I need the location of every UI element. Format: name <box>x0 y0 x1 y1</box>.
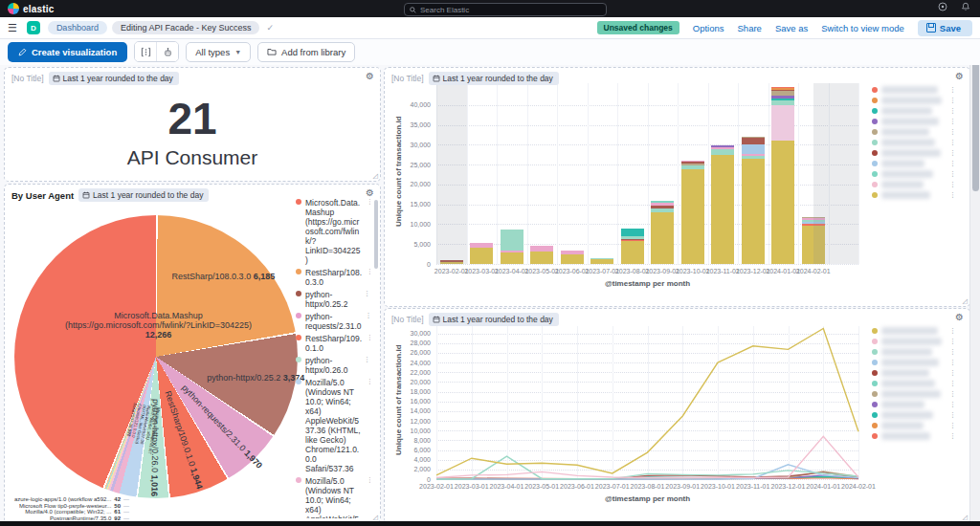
menu-icon[interactable]: ☰ <box>8 22 17 34</box>
save-button[interactable]: Save <box>918 20 972 36</box>
legend-item[interactable]: RestSharp/108.0.3.0⋮ <box>296 268 370 287</box>
time-range-badge[interactable]: Last 1 year rounded to the day <box>49 72 179 85</box>
bar-2023-04-01[interactable] <box>501 83 523 264</box>
panel-settings-gear-icon[interactable]: ⚙ <box>955 312 964 322</box>
space-badge[interactable]: D <box>27 21 40 34</box>
line-series[interactable] <box>436 329 858 475</box>
legend-item[interactable]: python-httpx/0.25.2⋮ <box>296 290 370 309</box>
bar-segment[interactable] <box>470 248 493 264</box>
legend-item[interactable]: ⋮ <box>872 127 956 137</box>
legend-item[interactable]: ⋮ <box>872 410 956 420</box>
line-plot[interactable] <box>436 326 858 479</box>
legend-item-menu-icon[interactable]: ⋮ <box>949 411 956 419</box>
legend-item-menu-icon[interactable]: ⋮ <box>949 327 956 335</box>
legend-item[interactable]: Mozilla/5.0 (Windows NT 10.0; Win64; x64… <box>296 378 370 473</box>
bar-segment[interactable] <box>651 212 674 264</box>
panel-title[interactable]: [No Title] <box>391 315 424 324</box>
ml-assistant-button[interactable] <box>156 42 178 61</box>
legend-item[interactable]: ⋮ <box>872 358 956 367</box>
legend-item-menu-icon[interactable]: ⋮ <box>949 359 956 366</box>
legend-item[interactable]: Microsoft.Data.Mashup (https://go.micros… <box>296 198 370 265</box>
legend-item-menu-icon[interactable]: ⋮ <box>949 128 956 136</box>
bar-2023-05-01[interactable] <box>530 83 553 264</box>
legend-item[interactable]: ⋮ <box>872 117 956 126</box>
legend-item-menu-icon[interactable]: ⋮ <box>949 118 956 125</box>
page-scrollbar[interactable] <box>969 17 980 526</box>
legend-item[interactable]: ⋮ <box>872 368 956 378</box>
bar-2023-09-01[interactable] <box>651 83 674 264</box>
legend-item-menu-icon[interactable]: ⋮ <box>949 432 956 440</box>
bar-2023-12-01[interactable] <box>742 83 765 264</box>
legend-item-menu-icon[interactable]: ⋮ <box>949 149 956 157</box>
legend-item[interactable]: ⋮ <box>872 106 956 116</box>
resize-handle[interactable]: ◿ <box>963 297 968 305</box>
bar-2024-01-01[interactable] <box>771 83 794 264</box>
legend-item-menu-icon[interactable]: ⋮ <box>949 160 956 167</box>
legend-item-menu-icon[interactable]: ⋮ <box>949 422 956 429</box>
bar-segment[interactable] <box>501 252 523 264</box>
bar-segment[interactable] <box>742 138 765 144</box>
global-search-input[interactable]: Search Elastic <box>404 3 607 16</box>
share-button[interactable]: Share <box>738 23 762 33</box>
legend-item[interactable]: ⋮ <box>872 431 956 441</box>
bar-segment[interactable] <box>742 144 765 155</box>
legend-scrollbar[interactable] <box>374 200 378 269</box>
legend-item[interactable]: ⋮ <box>872 180 956 189</box>
legend-item[interactable]: ⋮ <box>872 148 956 158</box>
legend-item-menu-icon[interactable]: ⋮ <box>367 476 370 484</box>
legend-item[interactable]: python-httpx/0.26.0⋮ <box>296 356 370 375</box>
legend-item[interactable]: ⋮ <box>872 138 956 147</box>
legend-item[interactable]: ⋮ <box>872 169 956 179</box>
panel-settings-gear-icon[interactable]: ⚙ <box>366 187 374 198</box>
legend-item-menu-icon[interactable]: ⋮ <box>949 380 956 387</box>
legend-item-menu-icon[interactable]: ⋮ <box>949 390 956 398</box>
elastic-brand[interactable]: elastic <box>8 3 55 14</box>
bar-segment[interactable] <box>681 169 704 264</box>
legend-item-menu-icon[interactable]: ⋮ <box>949 170 956 178</box>
time-range-badge[interactable]: Last 1 year rounded to the day <box>78 188 209 202</box>
panel-title[interactable]: By User Agent <box>11 190 74 201</box>
legend-item-menu-icon[interactable]: ⋮ <box>949 338 956 345</box>
bar-segment[interactable] <box>561 254 584 264</box>
legend-item-menu-icon[interactable]: ⋮ <box>949 86 956 94</box>
bar-segment[interactable] <box>621 241 644 264</box>
breadcrumb-dashboard[interactable]: Dashboard <box>48 21 107 34</box>
legend-item-menu-icon[interactable]: ⋮ <box>949 139 956 146</box>
legend-item-menu-icon[interactable]: ⋮ <box>949 191 956 199</box>
legend-item[interactable]: ⋮ <box>872 389 956 399</box>
resize-handle[interactable]: ◿ <box>373 514 378 521</box>
legend-item[interactable]: ⋮ <box>872 400 956 409</box>
bar-2023-03-01[interactable] <box>470 83 493 264</box>
apps-icon[interactable] <box>938 2 947 11</box>
save-as-button[interactable]: Save as <box>775 23 808 33</box>
bar-segment[interactable] <box>771 141 794 264</box>
add-from-library-button[interactable]: Add from library <box>257 42 355 62</box>
legend-item[interactable]: ⋮ <box>872 379 956 388</box>
resize-handle[interactable]: ◿ <box>963 514 968 521</box>
time-range-badge[interactable]: Last 1 year rounded to the day <box>429 313 559 326</box>
legend-item-menu-icon[interactable]: ⋮ <box>367 378 370 385</box>
panel-title[interactable]: [No Title] <box>11 74 44 83</box>
legend-item-menu-icon[interactable]: ⋮ <box>364 290 370 297</box>
legend-item-menu-icon[interactable]: ⋮ <box>364 356 370 363</box>
all-types-dropdown[interactable]: All types▼ <box>186 42 251 62</box>
resize-handle[interactable]: ◿ <box>373 172 378 180</box>
legend-item-menu-icon[interactable]: ⋮ <box>949 401 956 408</box>
legend-item-menu-icon[interactable]: ⋮ <box>949 181 956 188</box>
legend-item-menu-icon[interactable]: ⋮ <box>366 312 370 319</box>
panel-title[interactable]: [No Title] <box>391 74 424 83</box>
legend-item[interactable]: ⋮ <box>872 326 956 336</box>
legend-item[interactable]: ⋮ <box>872 96 956 105</box>
legend-item-menu-icon[interactable]: ⋮ <box>949 348 956 356</box>
bar-segment[interactable] <box>742 159 765 264</box>
options-button[interactable]: Options <box>693 23 724 33</box>
bar-2023-06-01[interactable] <box>561 83 584 264</box>
bar-segment[interactable] <box>530 252 553 264</box>
time-range-badge[interactable]: Last 1 year rounded to the day <box>429 72 559 85</box>
legend-item[interactable]: ⋮ <box>872 190 956 200</box>
bar-2023-11-01[interactable] <box>711 83 734 264</box>
bar-segment[interactable] <box>711 155 734 264</box>
legend-item-menu-icon[interactable]: ⋮ <box>949 97 956 104</box>
panel-settings-gear-icon[interactable]: ⚙ <box>366 71 374 81</box>
alerts-bell-icon[interactable] <box>961 2 970 11</box>
